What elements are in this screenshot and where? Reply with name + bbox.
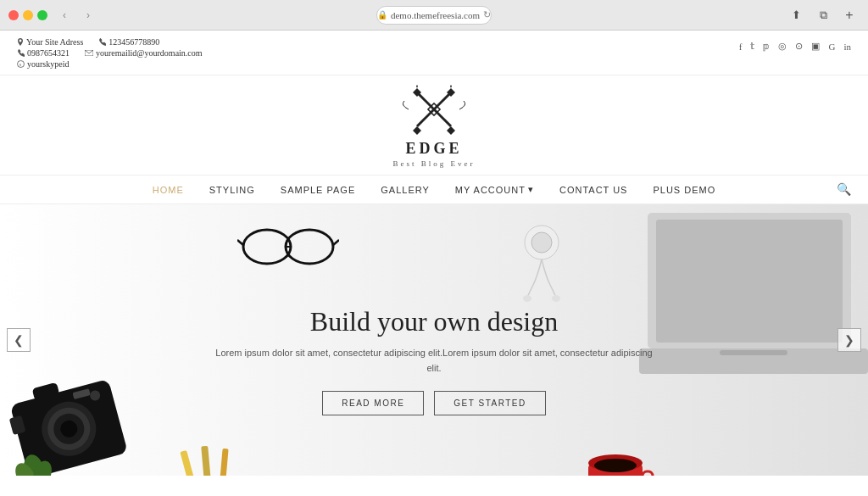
hero-pencils-image	[170, 442, 280, 476]
vimeo-icon[interactable]: ▣	[811, 41, 820, 52]
nav-item-styling[interactable]: STYLING	[209, 185, 255, 195]
phone1-item: 123456778890	[98, 37, 159, 47]
top-bar: Your Site Adress 123456778890 0987654321…	[0, 31, 868, 75]
nav-item-gallery[interactable]: GALLERY	[381, 185, 430, 195]
facebook-icon[interactable]: f	[739, 42, 743, 52]
navigation: HOME STYLING SAMPLE PAGE GALLERY MY ACCO…	[0, 176, 868, 204]
nav-item-my-account[interactable]: MY ACCOUNT ▾	[455, 184, 534, 195]
svg-point-45	[594, 459, 637, 472]
svg-point-26	[523, 295, 531, 302]
email-item: youremailid@yourdomain.com	[85, 48, 203, 58]
logo-svg	[392, 84, 476, 143]
get-started-button[interactable]: GET STARTED	[434, 391, 545, 415]
share-button[interactable]: ⬆	[785, 7, 807, 24]
url-text: demo.themefreesia.com	[391, 10, 480, 20]
logo-subtitle: Best Blog Ever	[392, 159, 476, 168]
google-icon[interactable]: G	[828, 42, 835, 52]
svg-line-22	[237, 240, 243, 245]
browser-nav-buttons: ‹ ›	[54, 7, 98, 24]
copy-button[interactable]: ⧉	[812, 7, 834, 24]
instagram-icon[interactable]: ⊙	[795, 41, 803, 52]
nav-item-plus-demo[interactable]: PLUS DEMO	[653, 185, 715, 195]
hero-earphones-image	[504, 217, 580, 302]
maximize-button[interactable]	[37, 10, 47, 20]
hero-buttons: READ MORE GET STARTED	[214, 391, 654, 415]
hero-content: Build your own design Lorem ipsum dolor …	[214, 306, 654, 415]
hero-laptop-image	[639, 204, 868, 391]
pinterest-icon[interactable]: 𝕡	[763, 41, 770, 52]
hero-description: Lorem ipsum dolor sit amet, consectetur …	[214, 346, 654, 376]
website: Your Site Adress 123456778890 0987654321…	[0, 31, 868, 476]
svg-rect-40	[218, 449, 228, 476]
browser-actions: ⬆ ⧉ +	[785, 7, 860, 24]
linkedin-icon[interactable]: in	[843, 42, 851, 52]
slider-next-button[interactable]: ❯	[837, 328, 861, 352]
svg-point-27	[552, 295, 560, 302]
phone-icon	[98, 38, 106, 46]
logo-area: EDGE Best Blog Ever	[0, 75, 868, 176]
read-more-button[interactable]: READ MORE	[322, 391, 424, 415]
hero-title: Build your own design	[214, 306, 654, 337]
social-icons: f 𝕥 𝕡 ◎ ⊙ ▣ G in	[739, 41, 851, 52]
svg-line-23	[333, 240, 339, 245]
svg-rect-29	[656, 220, 843, 343]
svg-rect-31	[720, 350, 787, 355]
svg-point-25	[531, 232, 552, 253]
email-icon	[85, 50, 93, 56]
traffic-lights	[8, 10, 47, 20]
minimize-button[interactable]	[23, 10, 33, 20]
svg-rect-46	[643, 471, 653, 476]
close-button[interactable]	[8, 10, 19, 20]
new-tab-button[interactable]: +	[839, 7, 860, 24]
hero-plant-image	[0, 442, 68, 476]
svg-marker-8	[447, 126, 455, 135]
svg-point-20	[286, 230, 333, 264]
hero-glasses-image	[237, 221, 339, 281]
phone2-icon	[17, 49, 25, 57]
nav-item-home[interactable]: HOME	[153, 185, 184, 195]
slider-prev-button[interactable]: ❮	[7, 328, 31, 352]
dropdown-arrow-icon: ▾	[528, 184, 534, 195]
hero-coffee-image	[580, 433, 656, 476]
search-icon[interactable]: 🔍	[837, 182, 851, 197]
twitter-icon[interactable]: 𝕥	[750, 41, 754, 52]
svg-text:S: S	[19, 63, 22, 67]
nav-item-sample-page[interactable]: SAMPLE PAGE	[281, 185, 355, 195]
dribbble-icon[interactable]: ◎	[778, 41, 787, 52]
svg-rect-38	[201, 446, 213, 476]
svg-rect-36	[180, 450, 199, 476]
skype-item: S yourskypeid	[17, 59, 69, 69]
hero-section: Build your own design Lorem ipsum dolor …	[0, 204, 868, 476]
svg-point-19	[243, 230, 291, 264]
forward-button[interactable]: ›	[78, 7, 98, 24]
refresh-icon[interactable]: ↻	[483, 9, 491, 20]
contact-info: Your Site Adress 123456778890 0987654321…	[17, 37, 203, 70]
logo[interactable]: EDGE Best Blog Ever	[392, 84, 476, 168]
lock-icon: 🔒	[377, 10, 387, 20]
browser-chrome: ‹ › 🔒 demo.themefreesia.com ↻ ⬆ ⧉ +	[0, 0, 868, 31]
skype-icon: S	[17, 60, 25, 68]
address-bar[interactable]: 🔒 demo.themefreesia.com ↻	[376, 6, 492, 25]
nav-item-contact-us[interactable]: CONTACT US	[559, 185, 628, 195]
svg-marker-7	[413, 126, 421, 135]
address-item: Your Site Adress	[17, 37, 83, 47]
phone2-item: 0987654321	[17, 48, 70, 58]
back-button[interactable]: ‹	[54, 7, 75, 24]
location-icon	[17, 38, 24, 47]
